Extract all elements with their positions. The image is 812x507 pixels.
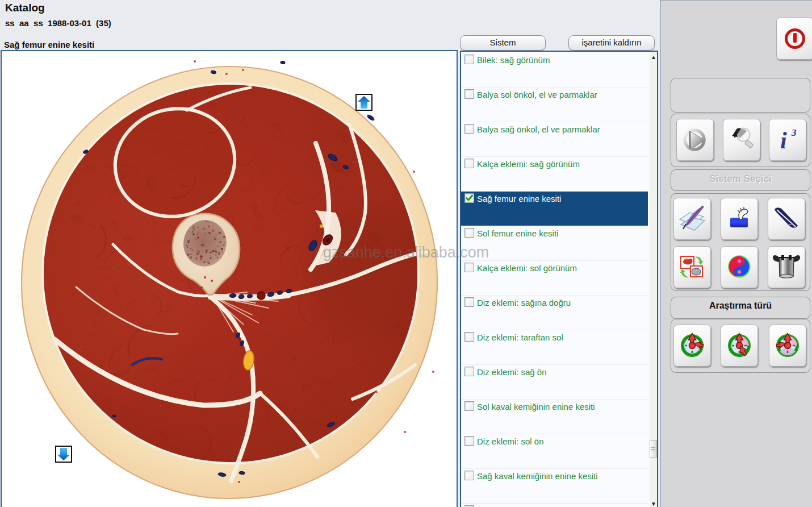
svg-text:i: i <box>780 127 787 153</box>
svg-text:3: 3 <box>791 127 797 138</box>
